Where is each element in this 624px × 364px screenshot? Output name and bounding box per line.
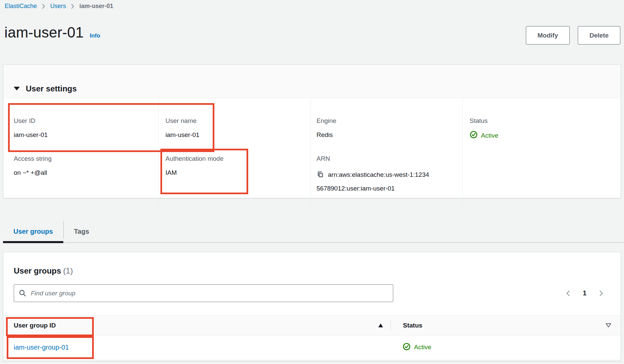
chevron-right-icon (42, 3, 46, 9)
field-user-name: User name iam-user-01 (165, 117, 310, 139)
cell-status: Active (391, 343, 621, 352)
settings-column-2: User name iam-user-01 Authentication mod… (158, 98, 310, 210)
field-label: User ID (14, 117, 158, 125)
status-text: Active (481, 132, 498, 139)
filter-icon[interactable] (606, 323, 611, 327)
settings-column-3: Engine Redis ARN arn:aws:elasticache:us-… (310, 98, 462, 210)
tab-user-groups[interactable]: User groups (3, 220, 63, 243)
breadcrumb-current-page: iam-user-01 (79, 3, 113, 10)
find-user-group-input[interactable] (14, 284, 393, 302)
modify-button[interactable]: Modify (526, 26, 570, 45)
user-settings-expander[interactable]: User settings (3, 65, 621, 98)
breadcrumb-link-users[interactable]: Users (50, 3, 66, 10)
field-access-string: Access string on ~* +@all (14, 154, 158, 177)
sort-ascending-icon (378, 323, 383, 327)
search-box (14, 284, 393, 302)
arn-text: arn:aws:elasticache:us-west-1:1234567890… (317, 171, 429, 192)
field-label: ARN (317, 154, 462, 163)
page-title: iam-user-01 (4, 24, 84, 41)
table-row: iam-user-group-01 Active (3, 336, 621, 359)
status-active-check-icon (470, 131, 478, 140)
field-status: Status Active (470, 117, 621, 140)
status-active-check-icon (403, 343, 411, 352)
breadcrumb-link-elasticache[interactable]: ElastiCache (5, 3, 37, 10)
info-link[interactable]: Info (90, 32, 100, 39)
status-value: Active (403, 343, 621, 352)
pagination: 1 (563, 288, 611, 298)
status-value: Active (470, 131, 621, 140)
user-groups-heading: User groups(1) (14, 266, 621, 276)
column-header-label: Status (403, 322, 422, 329)
field-authentication-mode: Authentication mode IAM (165, 154, 310, 177)
user-settings-body: User ID iam-user-01 Access string on ~* … (3, 98, 621, 198)
breadcrumb: ElastiCache Users iam-user-01 (5, 3, 113, 10)
page-header: iam-user-01 Info (4, 24, 100, 41)
user-group-link[interactable]: iam-user-group-01 (14, 344, 69, 351)
user-groups-panel: User groups(1) 1 User group ID (3, 252, 621, 361)
field-label: Access string (14, 154, 158, 163)
field-value: on ~* +@all (14, 168, 158, 177)
user-groups-count: (1) (63, 266, 73, 275)
field-value: Redis (317, 131, 462, 139)
field-value: iam-user-01 (14, 131, 158, 139)
arn-value: arn:aws:elasticache:us-west-1:1234567890… (317, 168, 432, 195)
search-row: 1 (14, 284, 611, 302)
cell-user-group-id: iam-user-group-01 (3, 344, 391, 351)
field-label: Status (470, 117, 621, 125)
user-settings-panel: User settings User ID iam-user-01 Access… (3, 64, 621, 198)
page-number[interactable]: 1 (583, 289, 586, 297)
settings-column-4: Status Active (462, 98, 621, 210)
column-header-label: User group ID (14, 322, 56, 329)
copy-icon[interactable] (317, 170, 324, 182)
delete-button[interactable]: Delete (578, 26, 620, 45)
field-label: User name (165, 117, 310, 125)
page-actions: Modify Delete (526, 26, 620, 45)
status-text: Active (414, 344, 431, 351)
field-user-id: User ID iam-user-01 (14, 117, 158, 139)
search-icon (19, 289, 27, 299)
user-settings-title: User settings (26, 84, 77, 93)
column-header-status: Status (391, 322, 621, 329)
field-arn: ARN arn:aws:elasticache:us-west-1:123456… (317, 154, 462, 195)
table-header-row: User group ID Status (3, 315, 621, 336)
settings-column-1: User ID iam-user-01 Access string on ~* … (3, 98, 158, 210)
caret-down-icon (14, 87, 20, 90)
field-engine: Engine Redis (317, 117, 462, 139)
field-value: IAM (165, 168, 310, 177)
user-groups-table: User group ID Status iam-user-group-01 (3, 315, 621, 359)
field-label: Authentication mode (165, 154, 310, 163)
tab-tags[interactable]: Tags (64, 220, 99, 243)
next-page-button[interactable] (596, 288, 606, 298)
previous-page-button[interactable] (563, 288, 573, 298)
field-value: iam-user-01 (165, 131, 310, 139)
tab-bar: User groups Tags (3, 220, 624, 243)
field-label: Engine (317, 117, 462, 125)
user-groups-title: User groups (14, 266, 61, 275)
column-header-user-group-id[interactable]: User group ID (3, 322, 391, 329)
chevron-right-icon (71, 3, 75, 9)
